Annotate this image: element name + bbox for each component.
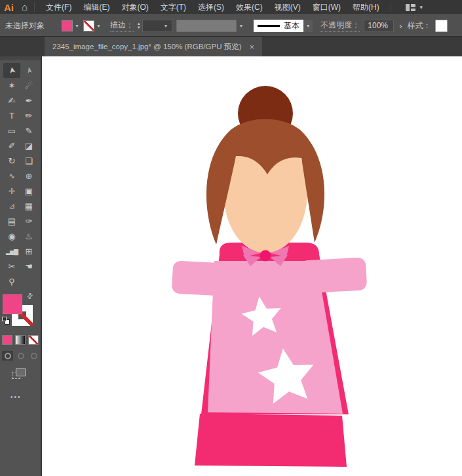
- magic-wand-tool[interactable]: ✶: [3, 78, 20, 93]
- home-icon[interactable]: ⌂: [19, 1, 34, 14]
- rectangle-tool[interactable]: ▭: [3, 123, 20, 138]
- fill-color-swatch[interactable]: [62, 20, 73, 31]
- width-tool[interactable]: ∿: [3, 169, 20, 184]
- fill-stroke-indicator: ⇄: [2, 293, 39, 330]
- menu-item-6[interactable]: 视图(V): [269, 2, 307, 13]
- brush-stroke-preview: [258, 25, 280, 27]
- gradient-tool[interactable]: ▤: [3, 214, 20, 229]
- workspace-icon: [406, 4, 415, 11]
- zoom-tool[interactable]: ⚲: [3, 274, 20, 289]
- blend-icon: ◉: [8, 231, 15, 241]
- drawing-modes-row: [2, 351, 41, 361]
- style-label: 样式：: [408, 20, 431, 31]
- slice-tool[interactable]: ✂: [3, 259, 20, 274]
- selection-tool[interactable]: ➤: [3, 63, 20, 78]
- eraser-tool[interactable]: ◪: [20, 138, 37, 153]
- stroke-chevron-icon[interactable]: ▼: [94, 24, 105, 28]
- column-graph-icon: ▂▅▇: [6, 248, 18, 255]
- control-bar: 未选择对象 ▼ ▼ 描边： ▴ ▾ ▼ ▼ 基本 ▼ 不透明度： 100% › …: [0, 14, 462, 37]
- default-stroke-black: [2, 317, 7, 321]
- artboard-canvas[interactable]: [42, 56, 462, 476]
- brush-chevron-box[interactable]: ▼: [303, 20, 313, 32]
- rotate-tool[interactable]: ↻: [3, 153, 20, 169]
- free-transform-icon: ⊕: [26, 171, 33, 181]
- draw-behind-button[interactable]: [15, 351, 26, 361]
- screen-mode-front-rect: [16, 368, 26, 376]
- artwork-girl-illustration: [42, 56, 462, 476]
- none-mode-button[interactable]: [28, 335, 39, 345]
- stroke-weight-dropdown[interactable]: ▼: [142, 20, 172, 32]
- draw-inside-button[interactable]: [28, 351, 39, 361]
- puppet-warp-tool[interactable]: ✛: [3, 184, 20, 199]
- shape-builder-tool[interactable]: ▣: [20, 184, 37, 199]
- shape-builder-icon: ▣: [25, 186, 33, 196]
- pen-tool[interactable]: ✒: [20, 93, 37, 108]
- column-graph-tool[interactable]: ▂▅▇: [3, 244, 20, 259]
- stroke-weight-label[interactable]: 描边：: [110, 20, 134, 32]
- opacity-expand-icon[interactable]: ›: [399, 21, 402, 31]
- draw-inside-icon: [31, 353, 37, 359]
- stepper-down-icon[interactable]: ▾: [138, 26, 140, 30]
- symbol-sprayer-tool[interactable]: ♨: [20, 229, 37, 244]
- eyedropper-tool[interactable]: ✑: [20, 214, 37, 229]
- pencil-icon: ✏: [26, 111, 33, 121]
- draw-normal-button[interactable]: [2, 351, 13, 361]
- type-icon: T: [9, 111, 14, 121]
- menu-item-2[interactable]: 对象(O): [115, 2, 154, 13]
- scale-tool[interactable]: ❏: [20, 153, 37, 169]
- gradient-mode-button[interactable]: [15, 335, 26, 345]
- curvature-tool[interactable]: ✍: [3, 93, 20, 108]
- opacity-label[interactable]: 不透明度：: [320, 20, 360, 32]
- stroke-weight-chevron-icon[interactable]: ▼: [161, 24, 172, 28]
- menu-item-8[interactable]: 帮助(H): [347, 2, 385, 13]
- fill-indicator[interactable]: [3, 294, 22, 314]
- menu-item-3[interactable]: 文字(T): [155, 2, 192, 13]
- menu-item-5[interactable]: 效果(C): [230, 2, 269, 13]
- menu-item-4[interactable]: 选择(S): [192, 2, 230, 13]
- mesh-tool[interactable]: ▦: [20, 199, 37, 214]
- color-mode-button[interactable]: [2, 335, 12, 345]
- close-icon[interactable]: ×: [249, 42, 254, 52]
- fill-chevron-icon[interactable]: ▼: [73, 24, 83, 28]
- paintbrush-tool[interactable]: ✎: [20, 123, 37, 138]
- direct-selection-tool[interactable]: ➢: [20, 63, 37, 78]
- brush-chevron-icon[interactable]: ▼: [306, 24, 311, 28]
- graphic-style-swatch[interactable]: [435, 20, 448, 32]
- pencil-tool[interactable]: ✏: [20, 108, 37, 123]
- edit-toolbar-button[interactable]: •••: [10, 393, 41, 401]
- stroke-weight-stepper[interactable]: ▴ ▾: [138, 22, 140, 30]
- workspace-switcher[interactable]: ▼: [406, 4, 424, 11]
- shaper-tool[interactable]: ✐: [3, 138, 20, 153]
- menu-separator-2: [391, 3, 391, 12]
- document-tab[interactable]: 2345_image_file_copy_1.jpg* @ 150% (RGB/…: [45, 37, 262, 56]
- menu-bar: Ai ⌂ 文件(F)编辑(E)对象(O)文字(T)选择(S)效果(C)视图(V)…: [0, 0, 462, 14]
- curvature-icon: ✍: [9, 96, 16, 106]
- width-profile-chevron-icon[interactable]: ▼: [237, 24, 247, 28]
- lasso-icon: ☄: [25, 81, 33, 90]
- mesh-icon: ▦: [25, 201, 33, 211]
- draw-normal-icon: [5, 353, 11, 359]
- width-profile-dropdown[interactable]: [176, 20, 237, 32]
- artboard-tool[interactable]: ⊞: [20, 244, 37, 259]
- opacity-input[interactable]: 100%: [364, 20, 394, 32]
- perspective-grid-tool[interactable]: ⊿: [3, 199, 20, 214]
- lasso-tool[interactable]: ☄: [20, 78, 37, 93]
- default-fill-stroke-icon[interactable]: [2, 317, 10, 325]
- rectangle-icon: ▭: [8, 126, 16, 136]
- paintbrush-icon: ✎: [26, 126, 33, 136]
- menu-item-7[interactable]: 窗口(W): [307, 2, 347, 13]
- selection-status: 未选择对象: [5, 20, 62, 31]
- stroke-color-swatch[interactable]: [83, 20, 94, 31]
- width-icon: ∿: [9, 172, 14, 180]
- hand-tool[interactable]: ☚: [20, 259, 37, 274]
- chevron-down-icon: ▼: [419, 5, 424, 10]
- menu-item-0[interactable]: 文件(F): [40, 2, 77, 13]
- blend-tool[interactable]: ◉: [3, 229, 20, 244]
- swap-fill-stroke-icon[interactable]: ⇄: [25, 291, 35, 302]
- menu-item-1[interactable]: 编辑(E): [77, 2, 115, 13]
- free-transform-tool[interactable]: ⊕: [20, 169, 37, 184]
- menu-separator: [34, 3, 35, 12]
- change-screen-mode-button[interactable]: [12, 368, 26, 380]
- type-tool[interactable]: T: [3, 108, 20, 123]
- brush-definition-dropdown[interactable]: 基本: [254, 20, 303, 32]
